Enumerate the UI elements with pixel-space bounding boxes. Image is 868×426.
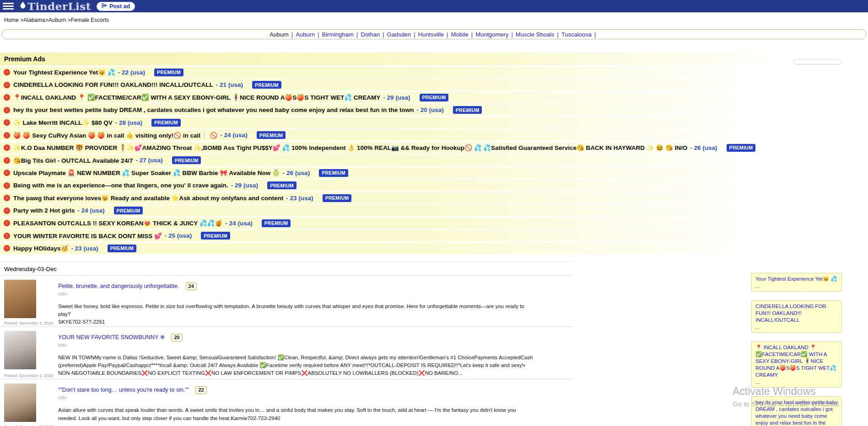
city-link[interactable]: Montgomery: [475, 31, 508, 38]
premium-badge[interactable]: PREMIUM: [727, 144, 756, 152]
premium-badge[interactable]: PREMIUM: [323, 194, 352, 202]
city-link[interactable]: Dothan: [361, 31, 380, 38]
premium-ad-title[interactable]: Party with 2 Hot girls: [13, 207, 75, 214]
premium-ad-title[interactable]: 📍INCALL OAKLAND 📍 ✅FACETIME/CAR✅ WITH A …: [13, 94, 380, 101]
city-link[interactable]: Mobile: [451, 31, 468, 38]
sidebar-ad-box[interactable]: CINDERELLA LOOKING FOR FUN!!! OAKLAND!!!…: [751, 300, 842, 333]
premium-badge[interactable]: PREMIUM: [420, 94, 449, 101]
premium-ad-title[interactable]: Your Tightest Experience Yet😼 💦: [13, 69, 115, 76]
premium-ad-row: ↑ Being with me is an experience—one tha…: [0, 180, 868, 191]
premium-ad-row: ↑ Party with 2 Hot girls - 24 (usa) PREM…: [0, 205, 868, 216]
sidebar-ad-box[interactable]: 📍 INCALL OAKLAND 📍 ✅FACETIME/CAR✅ WITH A…: [751, 341, 842, 388]
sidebar-ad-box[interactable]: hey its your best wettes petite baby DRE…: [751, 396, 842, 426]
premium-ad-title[interactable]: hey its your best wettes petite baby DRE…: [13, 106, 414, 113]
premium-ad-row: ↑ Your Tightest Experience Yet😼 💦 - 22 (…: [0, 67, 868, 78]
listing-posted-date: Posted: December 3, 2025: [4, 422, 46, 426]
premium-badge[interactable]: PREMIUM: [319, 169, 348, 177]
listings-section: Wednesday-03-Dec Posted: December 3, 202…: [0, 261, 573, 426]
sidebar-ad-title[interactable]: hey its your best wettes petite baby DRE…: [755, 399, 838, 426]
premium-ad-title[interactable]: ✨K.O Daa NUMBER 🐯 PROVIDER 🧍✨💕AMAZING Th…: [13, 144, 687, 151]
up-arrow-circle-icon: ↑: [4, 245, 10, 251]
city-link[interactable]: Gadsden: [387, 31, 411, 38]
listing-description: Sweet like honey, bold like espresso. Pe…: [58, 303, 536, 319]
post-ad-button[interactable]: Post ad: [97, 2, 135, 11]
floating-scroll-widget[interactable]: [793, 59, 842, 64]
premium-ad-meta: - 29 (usa): [383, 94, 410, 101]
up-arrow-circle-icon: ↑: [4, 69, 10, 75]
premium-ad-meta: - 26 (usa): [690, 144, 717, 151]
premium-badge[interactable]: PREMIUM: [172, 156, 201, 164]
sidebar-ad-box[interactable]: Your Tightest Experience Yet😼 💦 ...: [751, 273, 842, 292]
up-arrow-circle-icon: ↑: [4, 144, 10, 151]
breadcrumb[interactable]: Home >Alabama>Auburn >Female Escorts: [0, 12, 868, 23]
sidebar-ad-title[interactable]: 📍 INCALL OAKLAND 📍 ✅FACETIME/CAR✅ WITH A…: [755, 344, 838, 378]
premium-badge[interactable]: PREMIUM: [257, 131, 286, 139]
premium-ad-title[interactable]: CINDERELLA LOOKING FOR FUN!!! OAKLAND!!!…: [13, 81, 213, 88]
premium-badge[interactable]: PREMIUM: [108, 245, 137, 252]
premium-ad-row: ↑ 📍INCALL OAKLAND 📍 ✅FACETIME/CAR✅ WITH …: [0, 92, 868, 103]
premium-ad-title[interactable]: Happy HOlidays🥳: [13, 245, 68, 252]
premium-ad-title[interactable]: The pawg that everyone loves😼 Ready and …: [13, 194, 283, 202]
up-arrow-circle-icon: ↑: [4, 94, 10, 101]
city-link[interactable]: Birmingham: [322, 31, 354, 38]
up-arrow-circle-icon: ↑: [4, 82, 10, 88]
listing-title-link[interactable]: “"Don't stare too long… unless you're re…: [58, 387, 189, 393]
premium-badge[interactable]: PREMIUM: [262, 219, 291, 227]
up-arrow-circle-icon: ↑: [4, 182, 10, 189]
premium-ad-meta: - 25 (usa): [165, 232, 192, 239]
listing-description: Asian allure with curves that speak loud…: [58, 406, 536, 422]
premium-badge[interactable]: PREMIUM: [201, 232, 230, 240]
premium-ads-heading: Premium Ads: [0, 53, 868, 65]
listing-country: USA: [58, 395, 536, 400]
listing-title-link[interactable]: YOUR NEW FAVORITE SNOWBUNNY ❄: [58, 334, 165, 341]
premium-ad-title[interactable]: YOUR WINTER FAVORITE IS BACK DONT MISS 💕: [13, 232, 162, 240]
premium-badge[interactable]: PREMIUM: [453, 106, 482, 114]
premium-ad-meta: - 23 (usa): [286, 195, 313, 202]
age-badge: 20: [171, 334, 182, 341]
premium-ad-title[interactable]: 😘Big Tits Girl - OUTCALL Available 24/7: [13, 157, 133, 164]
premium-ad-title[interactable]: Upscale Playmate 🚨 NEW NUMBER 💦 Super So…: [13, 169, 280, 176]
premium-ad-title[interactable]: 🍑 🍑 Sexy CuRvy Asian 🍑 🍑 in call 🤙 visit…: [13, 132, 217, 139]
premium-ad-row: ↑ hey its your best wettes petite baby D…: [0, 104, 868, 116]
premium-ad-row: ↑ ✨ Lake Merritt INCALL✨ $80 QV - 28 (us…: [0, 117, 868, 128]
sidebar-ad-ellipsis: ...: [755, 324, 838, 330]
premium-ad-meta: - 24 (usa): [77, 207, 104, 214]
city-link[interactable]: Tuscaloosa: [561, 31, 592, 38]
premium-ad-row: ↑ 🍑 🍑 Sexy CuRvy Asian 🍑 🍑 in call 🤙 vis…: [0, 129, 868, 141]
up-arrow-circle-icon: ↑: [4, 195, 10, 201]
listing-country: USA: [58, 292, 536, 296]
premium-ad-title[interactable]: PLEASANTON OUTCALLS !! SEXY KOREAN😻 THIC…: [13, 219, 222, 227]
premium-ad-title[interactable]: ✨ Lake Merritt INCALL✨ $80 QV: [13, 119, 113, 126]
menu-icon[interactable]: [3, 3, 14, 10]
premium-ad-meta: - 24 (usa): [220, 132, 247, 138]
sidebar-ad-title[interactable]: Your Tightest Experience Yet😼 💦: [755, 276, 838, 282]
site-logo[interactable]: TinderList: [19, 0, 91, 12]
premium-ad-meta: - 20 (usa): [416, 106, 443, 113]
city-link[interactable]: Huntsville: [418, 31, 444, 38]
up-arrow-circle-icon: ↑: [4, 170, 10, 176]
listing-thumbnail[interactable]: [4, 331, 36, 369]
up-arrow-circle-icon: ↑: [4, 107, 10, 113]
listing-title-link[interactable]: Petite, brunette, and dangerously unforg…: [58, 283, 179, 289]
up-arrow-circle-icon: ↑: [4, 233, 10, 239]
premium-ad-meta: - 28 (usa): [115, 119, 142, 126]
listing-thumbnail[interactable]: [4, 280, 36, 318]
premium-badge[interactable]: PREMIUM: [267, 181, 297, 189]
premium-ad-meta: - 23 (usa): [71, 245, 98, 252]
up-arrow-circle-icon: ↑: [4, 220, 10, 226]
premium-ad-meta: - 24 (usa): [225, 220, 252, 227]
age-badge: 22: [195, 386, 206, 394]
listing-thumbnail[interactable]: [4, 383, 36, 422]
premium-badge[interactable]: PREMIUM: [151, 119, 181, 127]
sidebar-ad-ellipsis: ...: [755, 379, 838, 385]
premium-ad-row: ↑ The pawg that everyone loves😼 Ready an…: [0, 192, 868, 204]
premium-ad-title[interactable]: Being with me is an experience—one that …: [13, 182, 228, 189]
premium-ad-row: ↑ Upscale Playmate 🚨 NEW NUMBER 💦 Super …: [0, 167, 868, 179]
premium-badge[interactable]: PREMIUM: [154, 69, 183, 76]
premium-badge[interactable]: PREMIUM: [252, 81, 281, 89]
city-link[interactable]: Auburn: [296, 31, 315, 38]
premium-badge[interactable]: PREMIUM: [114, 207, 143, 214]
listing-row: Posted: December 3, 2025 YOUR NEW FAVORI…: [0, 327, 573, 380]
sidebar-ad-title[interactable]: CINDERELLA LOOKING FOR FUN!!! OAKLAND!!!…: [755, 303, 838, 324]
city-link[interactable]: Muscle Shoals: [516, 31, 555, 38]
